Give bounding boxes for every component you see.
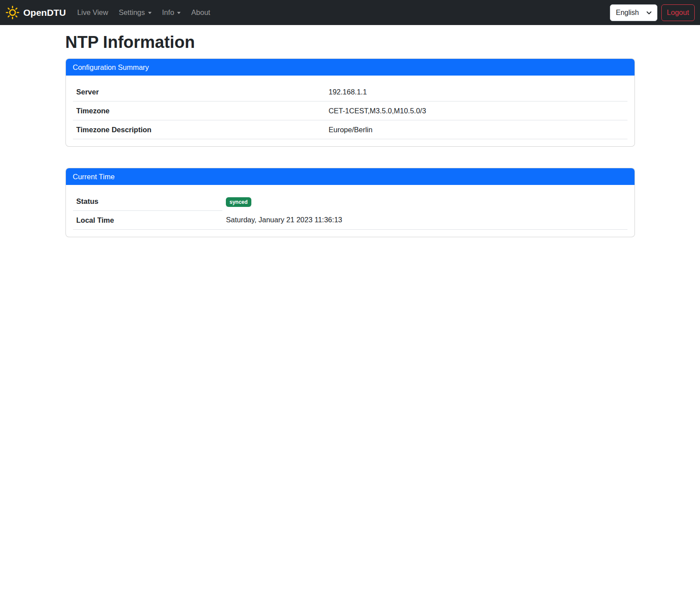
row-label-timezone: Timezone [73, 101, 325, 120]
nav-item-label: Live View [77, 8, 108, 17]
configuration-summary-body: Server 192.168.1.1 Timezone CET-1CEST,M3… [66, 76, 635, 146]
row-label-server: Server [73, 83, 325, 101]
row-value-status: synced [222, 192, 627, 211]
row-value-timezone-description: Europe/Berlin [325, 120, 627, 139]
table-row: Timezone CET-1CEST,M3.5.0,M10.5.0/3 [73, 101, 627, 120]
table-row: Server 192.168.1.1 [73, 83, 627, 101]
main-content: NTP Information Configuration Summary Se… [65, 33, 635, 545]
nav-item-live-view[interactable]: Live View [74, 5, 112, 20]
row-value-server: 192.168.1.1 [325, 83, 627, 101]
current-time-card: Current Time Status synced Local Time Sa… [65, 168, 635, 237]
current-time-body: Status synced Local Time Saturday, Janua… [66, 185, 635, 237]
caret-down-icon [177, 12, 181, 14]
row-value-timezone: CET-1CEST,M3.5.0,M10.5.0/3 [325, 101, 627, 120]
row-value-local-time: Saturday, January 21 2023 11:36:13 [222, 210, 627, 229]
configuration-summary-header: Configuration Summary [66, 59, 635, 76]
table-row: Status synced [73, 192, 627, 211]
nav-item-info[interactable]: Info [159, 5, 185, 20]
table-row: Timezone Description Europe/Berlin [73, 120, 627, 139]
empty-page-area [65, 237, 635, 545]
brand[interactable]: OpenDTU [5, 5, 66, 20]
chevron-down-icon [646, 9, 653, 16]
row-label-status: Status [73, 192, 223, 211]
language-select[interactable]: English [610, 4, 657, 21]
caret-down-icon [148, 12, 152, 14]
current-time-table: Status synced Local Time Saturday, Janua… [73, 192, 627, 230]
page-title: NTP Information [65, 33, 635, 53]
brand-label: OpenDTU [23, 7, 66, 18]
status-badge: synced [226, 197, 251, 207]
navbar-right: English Logout [610, 4, 695, 21]
nav-item-about[interactable]: About [188, 5, 214, 20]
table-row: Local Time Saturday, January 21 2023 11:… [73, 210, 627, 229]
current-time-header: Current Time [66, 168, 635, 185]
row-label-timezone-description: Timezone Description [73, 120, 325, 139]
sun-icon [5, 5, 20, 20]
nav-item-label: Settings [119, 8, 145, 17]
nav-links: Live View Settings Info About [72, 5, 216, 20]
nav-item-label: About [191, 8, 210, 17]
nav-item-label: Info [162, 8, 174, 17]
configuration-summary-card: Configuration Summary Server 192.168.1.1… [65, 58, 635, 147]
configuration-summary-table: Server 192.168.1.1 Timezone CET-1CEST,M3… [73, 83, 627, 139]
row-label-local-time: Local Time [73, 210, 223, 229]
navbar: OpenDTU Live View Settings Info About En… [0, 0, 700, 25]
nav-item-settings[interactable]: Settings [115, 5, 155, 20]
language-selected-value: English [616, 9, 639, 17]
logout-button[interactable]: Logout [661, 4, 695, 21]
